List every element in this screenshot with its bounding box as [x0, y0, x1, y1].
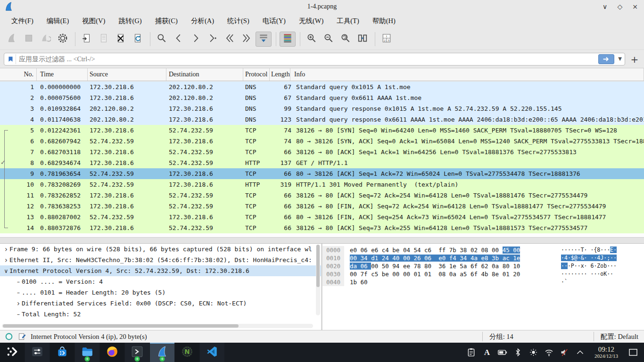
hex-byte[interactable]: 10	[513, 263, 520, 270]
ascii-char[interactable]: ·	[561, 279, 564, 285]
ascii-char[interactable]: ·	[578, 271, 581, 277]
hex-byte[interactable]: 02	[471, 247, 481, 254]
hex-byte[interactable]: 78	[413, 263, 424, 270]
menu-help[interactable]: 帮助(H)	[367, 15, 401, 27]
colorize-button[interactable]	[280, 32, 296, 47]
ascii-char[interactable]: ·	[564, 263, 568, 269]
profile-label[interactable]: 配置: Default	[594, 332, 644, 341]
hex-byte[interactable]: 4b	[481, 271, 492, 278]
expert-info-icon[interactable]	[5, 332, 13, 341]
hex-byte[interactable]: 34	[460, 255, 471, 262]
detail-line[interactable]: ›Ethernet II, Src: NewH3CTechno_7b:38:02…	[0, 255, 321, 265]
taskbar-launcher[interactable]	[0, 343, 25, 362]
ascii-char[interactable]: ·	[564, 247, 568, 253]
detail-line[interactable]: ∨Internet Protocol Version 4, Src: 52.74…	[0, 265, 321, 276]
ascii-char[interactable]: @	[574, 255, 578, 261]
ascii-char[interactable]: ·	[610, 271, 613, 277]
hex-byte[interactable]: 26	[413, 255, 424, 262]
ascii-char[interactable]: ·	[571, 247, 574, 253]
ascii-char[interactable]: ·	[571, 271, 574, 277]
menu-edit[interactable]: 编辑(E)	[41, 15, 75, 27]
details-vertical-scrollbar[interactable]	[316, 245, 320, 315]
taskbar-clock[interactable]: 09:12 2024/12/13	[590, 346, 623, 359]
hex-byte[interactable]: 50	[382, 263, 393, 270]
ascii-char[interactable]: ·	[568, 263, 571, 269]
hex-byte[interactable]: 3b	[492, 255, 503, 262]
menu-view[interactable]: 视图(V)	[76, 15, 111, 27]
hex-byte[interactable]: 00	[350, 255, 361, 262]
hex-byte[interactable]: 7f	[361, 271, 372, 278]
packet-row[interactable]: 50.012242361172.30.218.652.74.232.59TCP7…	[0, 125, 644, 136]
ascii-char[interactable]: ·	[568, 271, 571, 277]
hex-byte[interactable]: c4	[382, 247, 393, 254]
hex-byte[interactable]: 80	[424, 263, 435, 270]
ascii-char[interactable]: &	[581, 255, 584, 261]
ascii-char[interactable]: ·	[584, 271, 587, 277]
resize-columns-button[interactable]	[355, 32, 371, 47]
expander-closed-icon[interactable]: ›	[3, 245, 9, 254]
ascii-char[interactable]: ·	[574, 271, 578, 277]
detail-line[interactable]: –0100 .... = Version: 4	[0, 276, 321, 287]
taskbar-firefox[interactable]	[100, 343, 124, 362]
hex-byte[interactable]: 60	[361, 279, 372, 286]
hex-byte[interactable]: 34	[361, 255, 372, 262]
ascii-char[interactable]: ·	[613, 247, 617, 253]
hex-byte[interactable]: 08	[481, 247, 492, 254]
hex-byte[interactable]: a5	[460, 271, 471, 278]
ascii-char[interactable]: ·	[613, 263, 617, 269]
tray-wifi-icon[interactable]	[543, 346, 555, 359]
hex-byte[interactable]: 5a	[460, 263, 471, 270]
hex-row[interactable]: 003000 7f c5 be 00 00 01 01 08 0a a5 6f …	[322, 270, 644, 278]
detail-line[interactable]: –Total Length: 52	[0, 309, 321, 320]
menu-capture[interactable]: 捕获(C)	[149, 15, 183, 27]
column-header-protocol[interactable]: Protocol	[243, 68, 270, 81]
ascii-char[interactable]: ·	[561, 263, 564, 269]
hex-byte[interactable]: 06	[424, 255, 435, 262]
hex-byte[interactable]: 36	[438, 263, 449, 270]
hex-byte[interactable]: 01	[413, 271, 424, 278]
hex-byte[interactable]: 54	[413, 247, 424, 254]
taskbar-app-store[interactable]	[50, 343, 74, 362]
close-file-button[interactable]	[113, 32, 129, 47]
hex-row[interactable]: 00401b 60 ·`	[322, 278, 644, 286]
hex-byte[interactable]: 00	[392, 271, 403, 278]
hex-byte[interactable]: 6f	[471, 263, 481, 270]
hex-byte[interactable]: 20	[513, 271, 520, 278]
hex-byte[interactable]: e8	[481, 255, 492, 262]
column-header-no[interactable]: No.	[0, 68, 37, 81]
zoom-in-button[interactable]	[304, 32, 320, 47]
packet-row[interactable]: 20.000075600172.30.218.6202.120.80.2DNS6…	[0, 92, 644, 103]
detail-line[interactable]: –.... 0101 = Header Length: 20 bytes (5)	[0, 287, 321, 298]
go-last-packet-button[interactable]	[239, 32, 255, 47]
display-filter-field[interactable]: ▼	[4, 53, 625, 66]
ascii-char[interactable]: ·	[610, 263, 613, 269]
packet-row[interactable]: 90.78196365452.74.232.59172.30.218.6TCP6…	[0, 168, 644, 179]
hex-byte[interactable]: f4	[449, 255, 460, 262]
horizontal-splitter[interactable]	[0, 237, 644, 244]
hex-byte[interactable]: 8e	[492, 271, 503, 278]
tray-clipboard-icon[interactable]	[465, 346, 478, 359]
hex-byte[interactable]: 0a	[492, 263, 503, 270]
column-header-info[interactable]: Info	[290, 68, 644, 81]
hex-byte[interactable]: 0a	[449, 271, 460, 278]
tray-volume-muted-icon[interactable]	[559, 346, 571, 359]
add-filter-button-plus[interactable]: +	[629, 54, 640, 65]
packet-row[interactable]: 10.000000000172.30.218.6202.120.80.2DNS6…	[0, 82, 644, 92]
hex-byte[interactable]: 94	[392, 263, 403, 270]
taskbar-wireshark[interactable]: +	[150, 343, 174, 362]
ascii-char[interactable]: `	[564, 279, 568, 285]
maximize-button[interactable]: ◇	[614, 1, 626, 12]
expander-open-icon[interactable]: ∨	[3, 268, 9, 274]
packet-row[interactable]: 60.68260794252.74.232.59172.30.218.6TCP7…	[0, 136, 644, 147]
reload-file-button[interactable]	[130, 32, 146, 47]
ascii-char[interactable]: $	[571, 255, 574, 261]
packet-row[interactable]: 130.88028700252.74.232.59172.30.218.6TCP…	[0, 212, 644, 222]
hex-byte[interactable]: 38	[460, 247, 471, 254]
packet-row[interactable]: ✓80.682934674172.30.218.652.74.232.59HTT…	[0, 157, 644, 168]
go-first-packet-button[interactable]	[222, 32, 238, 47]
detail-line[interactable]: ›Frame 9: 66 bytes on wire (528 bits), 6…	[0, 244, 321, 255]
ascii-char[interactable]: ·	[584, 263, 587, 269]
capture-options-button[interactable]	[55, 32, 71, 47]
ascii-char[interactable]: ·	[561, 247, 564, 253]
hex-byte[interactable]: 01	[424, 271, 435, 278]
